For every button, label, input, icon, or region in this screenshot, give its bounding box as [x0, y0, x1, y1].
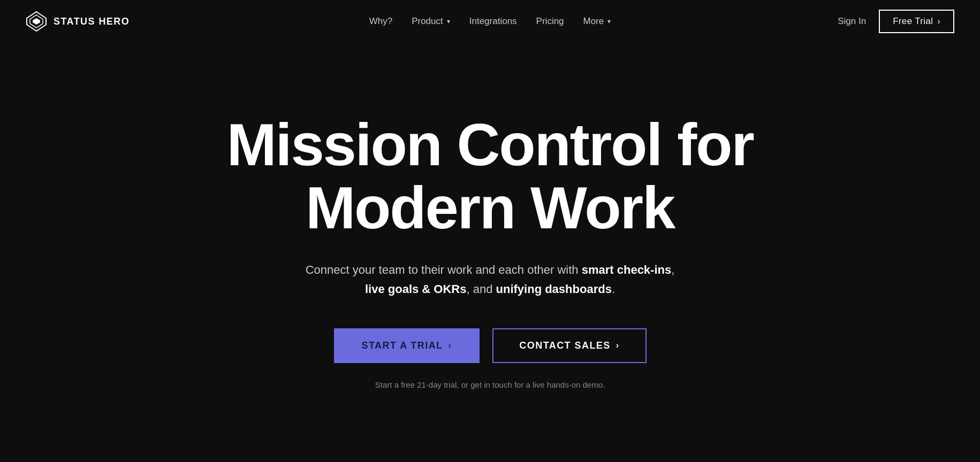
free-trial-chevron-icon: › [937, 17, 940, 26]
free-trial-button[interactable]: Free Trial › [879, 10, 954, 33]
sign-in-link[interactable]: Sign In [838, 16, 866, 27]
trial-chevron-icon: › [449, 341, 452, 350]
more-dropdown-icon: ▾ [607, 18, 611, 25]
nav-actions: Sign In Free Trial › [838, 10, 954, 33]
navbar: STATUS HERO Why? Product ▾ Integrations … [0, 0, 980, 43]
nav-link-integrations[interactable]: Integrations [469, 16, 517, 27]
nav-links: Why? Product ▾ Integrations Pricing More… [369, 16, 611, 27]
brand-name: STATUS HERO [54, 16, 130, 27]
contact-sales-button[interactable]: CONTACT SALES › [492, 328, 646, 363]
sales-chevron-icon: › [616, 341, 620, 350]
hero-section: Mission Control for Modern Work Connect … [0, 43, 980, 449]
nav-brand: STATUS HERO [26, 11, 130, 32]
product-dropdown-icon: ▾ [447, 18, 450, 25]
nav-link-product[interactable]: Product ▾ [412, 16, 450, 27]
hero-title: Mission Control for Modern Work [169, 113, 811, 239]
brand-logo-icon [26, 11, 47, 32]
hero-cta-buttons: START A TRIAL › CONTACT SALES › [334, 328, 647, 363]
svg-marker-2 [33, 18, 40, 25]
nav-link-why[interactable]: Why? [369, 16, 392, 27]
hero-subtitle: Connect your team to their work and each… [303, 260, 678, 298]
nav-link-more[interactable]: More ▾ [583, 16, 611, 27]
hero-footnote: Start a free 21-day trial, or get in tou… [375, 380, 605, 389]
start-trial-button[interactable]: START A TRIAL › [334, 328, 480, 363]
nav-link-pricing[interactable]: Pricing [536, 16, 564, 27]
